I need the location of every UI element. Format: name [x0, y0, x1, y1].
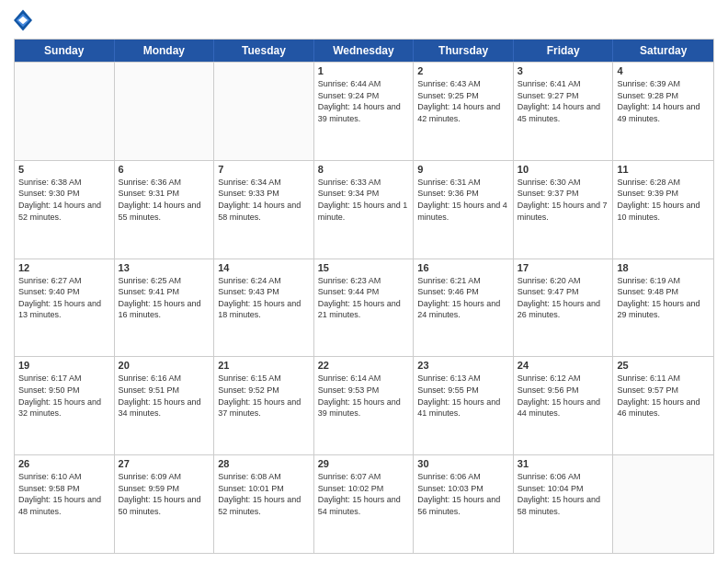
day-cell-23: 23Sunrise: 6:13 AMSunset: 9:55 PMDayligh… [414, 357, 514, 454]
day-cell-26: 26Sunrise: 6:10 AMSunset: 9:58 PMDayligh… [15, 455, 115, 553]
day-number: 15 [318, 262, 410, 273]
day-number: 29 [318, 458, 410, 469]
day-number: 11 [617, 164, 710, 175]
cell-info: Sunrise: 6:27 AMSunset: 9:40 PMDaylight:… [18, 275, 110, 321]
day-of-week-saturday: Saturday [613, 40, 713, 62]
day-cell-16: 16Sunrise: 6:21 AMSunset: 9:46 PMDayligh… [414, 259, 514, 357]
cell-info: Sunrise: 6:33 AMSunset: 9:34 PMDaylight:… [318, 177, 410, 223]
day-of-week-tuesday: Tuesday [214, 40, 314, 62]
day-cell-21: 21Sunrise: 6:15 AMSunset: 9:52 PMDayligh… [214, 357, 314, 454]
calendar-body: 1Sunrise: 6:44 AMSunset: 9:24 PMDaylight… [15, 62, 713, 553]
day-number: 5 [18, 164, 110, 175]
day-cell-11: 11Sunrise: 6:28 AMSunset: 9:39 PMDayligh… [613, 161, 713, 259]
day-cell-30: 30Sunrise: 6:06 AMSunset: 10:03 PMDaylig… [414, 455, 514, 553]
cal-row-3: 19Sunrise: 6:17 AMSunset: 9:50 PMDayligh… [15, 356, 713, 454]
day-of-week-wednesday: Wednesday [314, 40, 415, 62]
cal-row-4: 26Sunrise: 6:10 AMSunset: 9:58 PMDayligh… [15, 454, 713, 553]
day-of-week-sunday: Sunday [15, 40, 115, 62]
cell-info: Sunrise: 6:38 AMSunset: 9:30 PMDaylight:… [18, 177, 110, 223]
day-cell-31: 31Sunrise: 6:06 AMSunset: 10:04 PMDaylig… [514, 455, 614, 553]
cal-row-1: 5Sunrise: 6:38 AMSunset: 9:30 PMDaylight… [15, 160, 713, 259]
day-cell-15: 15Sunrise: 6:23 AMSunset: 9:44 PMDayligh… [314, 259, 415, 357]
cell-info: Sunrise: 6:06 AMSunset: 10:03 PMDaylight… [417, 471, 509, 517]
day-number: 1 [318, 65, 410, 76]
day-of-week-monday: Monday [115, 40, 215, 62]
day-number: 13 [119, 262, 210, 273]
day-cell-6: 6Sunrise: 6:36 AMSunset: 9:31 PMDaylight… [115, 161, 215, 259]
day-cell-28: 28Sunrise: 6:08 AMSunset: 10:01 PMDaylig… [214, 455, 314, 553]
day-cell-14: 14Sunrise: 6:24 AMSunset: 9:43 PMDayligh… [214, 259, 314, 357]
cell-info: Sunrise: 6:28 AMSunset: 9:39 PMDaylight:… [617, 177, 710, 223]
cell-info: Sunrise: 6:13 AMSunset: 9:55 PMDaylight:… [417, 373, 509, 419]
cell-info: Sunrise: 6:39 AMSunset: 9:28 PMDaylight:… [617, 78, 710, 124]
cal-row-2: 12Sunrise: 6:27 AMSunset: 9:40 PMDayligh… [15, 259, 713, 357]
cell-info: Sunrise: 6:12 AMSunset: 9:56 PMDaylight:… [518, 373, 609, 419]
day-number: 9 [417, 164, 509, 175]
cell-info: Sunrise: 6:30 AMSunset: 9:37 PMDaylight:… [518, 177, 609, 223]
day-cell-24: 24Sunrise: 6:12 AMSunset: 9:56 PMDayligh… [514, 357, 614, 454]
cell-info: Sunrise: 6:36 AMSunset: 9:31 PMDaylight:… [119, 177, 210, 223]
day-number: 4 [617, 65, 710, 76]
day-cell-4: 4Sunrise: 6:39 AMSunset: 9:28 PMDaylight… [613, 63, 713, 160]
cell-info: Sunrise: 6:08 AMSunset: 10:01 PMDaylight… [218, 471, 310, 517]
day-number: 30 [417, 458, 509, 469]
cell-info: Sunrise: 6:24 AMSunset: 9:43 PMDaylight:… [218, 275, 310, 321]
day-cell-7: 7Sunrise: 6:34 AMSunset: 9:33 PMDaylight… [214, 161, 314, 259]
cell-info: Sunrise: 6:21 AMSunset: 9:46 PMDaylight:… [417, 275, 509, 321]
day-cell-12: 12Sunrise: 6:27 AMSunset: 9:40 PMDayligh… [15, 259, 115, 357]
cell-info: Sunrise: 6:43 AMSunset: 9:25 PMDaylight:… [417, 78, 509, 124]
day-cell-29: 29Sunrise: 6:07 AMSunset: 10:02 PMDaylig… [314, 455, 415, 553]
day-number: 14 [218, 262, 310, 273]
day-number: 20 [119, 360, 210, 371]
day-cell-2: 2Sunrise: 6:43 AMSunset: 9:25 PMDaylight… [414, 63, 514, 160]
empty-cell [214, 63, 314, 160]
day-number: 2 [417, 65, 509, 76]
day-cell-25: 25Sunrise: 6:11 AMSunset: 9:57 PMDayligh… [613, 357, 713, 454]
day-number: 6 [119, 164, 210, 175]
cell-info: Sunrise: 6:20 AMSunset: 9:47 PMDaylight:… [518, 275, 609, 321]
day-cell-27: 27Sunrise: 6:09 AMSunset: 9:59 PMDayligh… [115, 455, 215, 553]
cell-info: Sunrise: 6:16 AMSunset: 9:51 PMDaylight:… [119, 373, 210, 419]
day-cell-13: 13Sunrise: 6:25 AMSunset: 9:41 PMDayligh… [115, 259, 215, 357]
day-number: 28 [218, 458, 310, 469]
day-number: 16 [417, 262, 509, 273]
day-number: 27 [119, 458, 210, 469]
cell-info: Sunrise: 6:06 AMSunset: 10:04 PMDaylight… [518, 471, 609, 517]
cell-info: Sunrise: 6:25 AMSunset: 9:41 PMDaylight:… [119, 275, 210, 321]
day-number: 24 [518, 360, 609, 371]
cell-info: Sunrise: 6:11 AMSunset: 9:57 PMDaylight:… [617, 373, 710, 419]
calendar-header: SundayMondayTuesdayWednesdayThursdayFrid… [15, 40, 713, 62]
cal-row-0: 1Sunrise: 6:44 AMSunset: 9:24 PMDaylight… [15, 62, 713, 160]
day-of-week-thursday: Thursday [414, 40, 514, 62]
day-of-week-friday: Friday [514, 40, 614, 62]
day-number: 31 [518, 458, 609, 469]
day-cell-22: 22Sunrise: 6:14 AMSunset: 9:53 PMDayligh… [314, 357, 415, 454]
day-cell-8: 8Sunrise: 6:33 AMSunset: 9:34 PMDaylight… [314, 161, 415, 259]
day-cell-5: 5Sunrise: 6:38 AMSunset: 9:30 PMDaylight… [15, 161, 115, 259]
cell-info: Sunrise: 6:44 AMSunset: 9:24 PMDaylight:… [318, 78, 410, 124]
day-cell-9: 9Sunrise: 6:31 AMSunset: 9:36 PMDaylight… [414, 161, 514, 259]
cell-info: Sunrise: 6:07 AMSunset: 10:02 PMDaylight… [318, 471, 410, 517]
day-number: 17 [518, 262, 609, 273]
cell-info: Sunrise: 6:15 AMSunset: 9:52 PMDaylight:… [218, 373, 310, 419]
day-cell-19: 19Sunrise: 6:17 AMSunset: 9:50 PMDayligh… [15, 357, 115, 454]
page: SundayMondayTuesdayWednesdayThursdayFrid… [0, 0, 728, 563]
cell-info: Sunrise: 6:17 AMSunset: 9:50 PMDaylight:… [18, 373, 110, 419]
header [14, 9, 714, 31]
day-cell-1: 1Sunrise: 6:44 AMSunset: 9:24 PMDaylight… [314, 63, 415, 160]
day-cell-3: 3Sunrise: 6:41 AMSunset: 9:27 PMDaylight… [514, 63, 614, 160]
cell-info: Sunrise: 6:14 AMSunset: 9:53 PMDaylight:… [318, 373, 410, 419]
empty-cell [15, 63, 115, 160]
day-number: 3 [518, 65, 609, 76]
cell-info: Sunrise: 6:41 AMSunset: 9:27 PMDaylight:… [518, 78, 609, 124]
day-number: 22 [318, 360, 410, 371]
cell-info: Sunrise: 6:34 AMSunset: 9:33 PMDaylight:… [218, 177, 310, 223]
day-number: 21 [218, 360, 310, 371]
day-number: 23 [417, 360, 509, 371]
day-number: 25 [617, 360, 710, 371]
day-number: 7 [218, 164, 310, 175]
cell-info: Sunrise: 6:09 AMSunset: 9:59 PMDaylight:… [119, 471, 210, 517]
logo-icon [14, 9, 32, 31]
day-number: 12 [18, 262, 110, 273]
cell-info: Sunrise: 6:19 AMSunset: 9:48 PMDaylight:… [617, 275, 710, 321]
